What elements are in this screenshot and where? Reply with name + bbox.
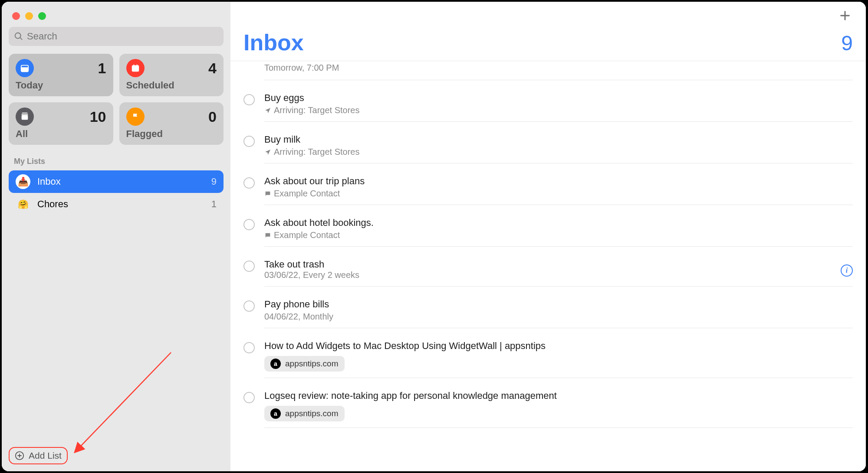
link-domain: appsntips.com xyxy=(285,409,339,418)
task-checkbox[interactable] xyxy=(243,219,255,230)
chores-list-label: Chores xyxy=(37,199,204,210)
chores-list-icon: 🤗 xyxy=(16,197,30,212)
task-subtitle: Arriving: Target Stores xyxy=(264,147,853,157)
all-icon xyxy=(16,108,34,126)
task-checkbox[interactable] xyxy=(243,177,255,189)
task-checkbox[interactable] xyxy=(243,261,255,272)
task-subtitle: Arriving: Target Stores xyxy=(264,105,853,115)
window-controls xyxy=(9,9,224,27)
task-link-chip[interactable]: a appsntips.com xyxy=(264,356,345,372)
sidebar: 1 Today 4 Scheduled xyxy=(2,2,230,471)
link-domain: appsntips.com xyxy=(285,359,339,369)
inbox-list-count: 9 xyxy=(211,176,217,187)
search-icon xyxy=(14,32,23,41)
close-window-button[interactable] xyxy=(12,12,20,20)
flagged-label: Flagged xyxy=(126,128,217,140)
task-row[interactable]: Ask about hotel bookings. Example Contac… xyxy=(230,211,866,253)
search-input[interactable] xyxy=(27,31,218,42)
task-title: Ask about our trip plans xyxy=(264,176,853,187)
inbox-list-label: Inbox xyxy=(37,176,204,187)
plus-circle-icon xyxy=(15,451,24,460)
my-lists-header: My Lists xyxy=(14,157,224,166)
svg-rect-3 xyxy=(132,65,139,72)
task-link-chip[interactable]: a appsntips.com xyxy=(264,406,345,421)
all-label: All xyxy=(16,128,106,140)
list-title: Inbox xyxy=(243,29,304,55)
task-checkbox[interactable] xyxy=(243,342,255,353)
sidebar-list-inbox[interactable]: 📥 Inbox 9 xyxy=(9,170,224,193)
inbox-list-icon: 📥 xyxy=(16,174,30,189)
sidebar-list-chores[interactable]: 🤗 Chores 1 xyxy=(9,193,224,215)
today-count: 1 xyxy=(98,60,106,77)
list-header: Inbox 9 xyxy=(230,29,866,61)
task-row[interactable]: Tomorrow, 7:00 PM xyxy=(230,61,866,86)
favicon-icon: a xyxy=(270,359,281,369)
smart-list-all[interactable]: 10 All xyxy=(9,102,113,145)
flagged-icon xyxy=(126,108,145,126)
task-title: Buy eggs xyxy=(264,92,853,104)
task-checkbox[interactable] xyxy=(243,392,255,403)
main-content: Inbox 9 Tomorrow, 7:00 PM Buy eggs Arriv… xyxy=(230,2,866,471)
task-subtitle: Tomorrow, 7:00 PM xyxy=(264,63,853,73)
chat-icon xyxy=(264,232,271,239)
search-input-container[interactable] xyxy=(9,27,224,46)
scheduled-icon xyxy=(126,59,145,77)
task-row[interactable]: Take out trash 03/06/22, Every 2 weeks i xyxy=(230,253,866,293)
annotation-arrow xyxy=(67,344,180,457)
chat-icon xyxy=(264,190,271,197)
new-reminder-button[interactable] xyxy=(836,7,854,24)
task-title: Pay phone bills xyxy=(264,299,853,310)
task-title: How to Add Widgets to Mac Desktop Using … xyxy=(264,340,853,352)
location-icon xyxy=(264,149,271,156)
task-title: Ask about hotel bookings. xyxy=(264,217,853,228)
svg-line-7 xyxy=(80,352,171,447)
task-title: Take out trash xyxy=(264,259,835,270)
task-subtitle: 03/06/22, Every 2 weeks xyxy=(264,270,835,280)
plus-icon xyxy=(839,10,851,22)
task-title: Buy milk xyxy=(264,134,853,145)
chores-list-count: 1 xyxy=(211,199,217,210)
scheduled-label: Scheduled xyxy=(126,80,217,91)
smart-list-flagged[interactable]: 0 Flagged xyxy=(119,102,224,145)
list-total-count: 9 xyxy=(841,31,853,55)
today-icon xyxy=(16,59,34,77)
tasks-container: Tomorrow, 7:00 PM Buy eggs Arriving: Tar… xyxy=(230,61,866,471)
scheduled-count: 4 xyxy=(208,60,217,77)
app-window: 1 Today 4 Scheduled xyxy=(2,2,866,471)
today-label: Today xyxy=(16,80,106,91)
add-list-button[interactable]: Add List xyxy=(9,447,68,464)
task-row[interactable]: Pay phone bills 04/06/22, Monthly xyxy=(230,293,866,334)
location-icon xyxy=(264,107,271,114)
task-row[interactable]: Ask about our trip plans Example Contact xyxy=(230,170,866,211)
task-row[interactable]: How to Add Widgets to Mac Desktop Using … xyxy=(230,334,866,384)
svg-rect-6 xyxy=(22,115,28,120)
favicon-icon: a xyxy=(270,408,281,419)
smart-list-today[interactable]: 1 Today xyxy=(9,54,113,96)
zoom-window-button[interactable] xyxy=(38,12,46,20)
toolbar xyxy=(230,2,866,29)
task-checkbox[interactable] xyxy=(243,300,255,312)
task-checkbox[interactable] xyxy=(243,136,255,147)
task-row[interactable]: Logseq review: note-taking app for perso… xyxy=(230,384,866,434)
task-subtitle: Example Contact xyxy=(264,230,853,240)
flagged-count: 0 xyxy=(208,108,217,125)
smart-list-scheduled[interactable]: 4 Scheduled xyxy=(119,54,224,96)
task-checkbox[interactable] xyxy=(243,94,255,105)
task-info-button[interactable]: i xyxy=(841,264,853,277)
all-count: 10 xyxy=(90,108,106,125)
task-row[interactable]: Buy eggs Arriving: Target Stores xyxy=(230,86,866,128)
task-row[interactable]: Buy milk Arriving: Target Stores xyxy=(230,128,866,170)
smart-lists-grid: 1 Today 4 Scheduled xyxy=(9,54,224,145)
task-title: Logseq review: note-taking app for perso… xyxy=(264,390,853,401)
minimize-window-button[interactable] xyxy=(25,12,33,20)
task-subtitle: Example Contact xyxy=(264,189,853,199)
add-list-label: Add List xyxy=(29,450,62,461)
task-subtitle: 04/06/22, Monthly xyxy=(264,312,853,322)
